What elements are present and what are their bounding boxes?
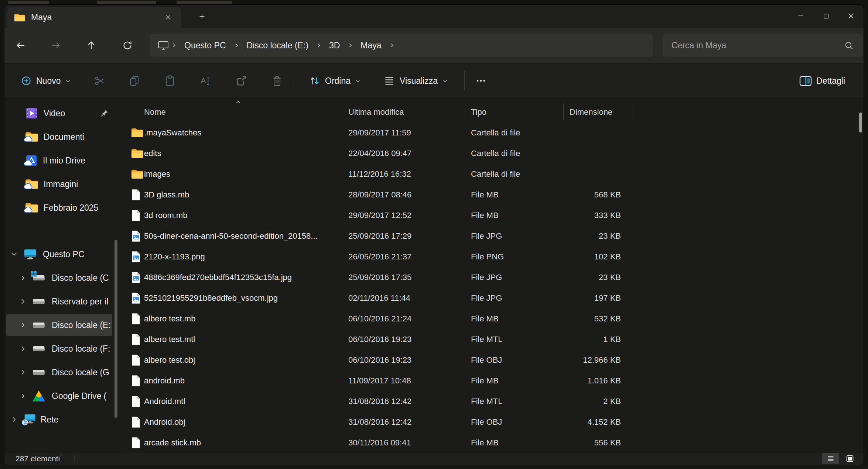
sidebar-scrollbar[interactable] bbox=[115, 240, 117, 418]
file-name: 50s-diner-cena-anni-50-second-edition_20… bbox=[144, 231, 348, 241]
file-size: 1 KB bbox=[570, 335, 621, 344]
rename-button[interactable] bbox=[195, 70, 216, 91]
maximize-button[interactable] bbox=[813, 5, 838, 27]
sidebar-item-immagini[interactable]: Immagini bbox=[6, 173, 112, 195]
chevron-right-icon[interactable] bbox=[231, 42, 242, 48]
chevron-right-icon[interactable] bbox=[10, 416, 18, 423]
table-row[interactable]: 50s-diner-cena-anni-50-second-edition_20… bbox=[122, 226, 856, 246]
breadcrumb-maya[interactable]: Maya bbox=[355, 41, 386, 51]
column-divider[interactable] bbox=[632, 104, 632, 120]
sidebar-item-disco-locale-c[interactable]: Disco locale (C bbox=[6, 267, 112, 289]
list-scrollbar[interactable] bbox=[859, 113, 862, 132]
close-window-button[interactable] bbox=[838, 5, 864, 27]
table-row[interactable]: images 11/12/2016 16:32 Cartella di file bbox=[122, 164, 856, 185]
table-row[interactable]: albero test.mtl 06/10/2016 19:23 File MT… bbox=[122, 329, 856, 350]
sidebar-item-disco-locale-f[interactable]: Disco locale (F: bbox=[6, 338, 112, 360]
file-type-icon bbox=[131, 354, 144, 366]
table-row[interactable]: 3d room.mb 29/09/2017 12:52 File MB 333 … bbox=[122, 205, 856, 226]
chevron-right-icon[interactable] bbox=[19, 298, 27, 305]
details-pane-icon bbox=[799, 76, 812, 86]
back-button[interactable] bbox=[13, 37, 29, 54]
chevron-right-icon[interactable] bbox=[19, 392, 27, 400]
sort-button[interactable]: Ordina bbox=[304, 70, 365, 91]
forward-button[interactable] bbox=[48, 37, 64, 54]
sidebar-item-questo-pc[interactable]: Questo PC bbox=[6, 243, 112, 265]
table-row[interactable]: edits 22/04/2016 09:47 Cartella di file bbox=[122, 143, 856, 164]
table-row[interactable]: albero test.mb 06/10/2016 21:24 File MB … bbox=[122, 308, 856, 329]
thumbnails-view-icon bbox=[845, 454, 854, 463]
thumbnails-view-button[interactable] bbox=[841, 453, 858, 464]
file-modified: 11/09/2017 10:48 bbox=[348, 376, 471, 386]
sidebar-item-disco-locale-g[interactable]: Disco locale (G bbox=[6, 361, 112, 383]
breadcrumb-questo-pc[interactable]: Questo PC bbox=[179, 41, 231, 51]
sidebar-item-video[interactable]: Video bbox=[6, 102, 112, 124]
tab-maya[interactable]: Maya bbox=[7, 7, 181, 28]
sidebar-item-label: Il mio Drive bbox=[43, 156, 112, 166]
table-row[interactable]: Android.obj 31/08/2016 12:42 File OBJ 4.… bbox=[122, 412, 856, 432]
chevron-right-icon[interactable] bbox=[345, 42, 355, 48]
file-modified: 22/04/2016 09:47 bbox=[348, 149, 471, 158]
table-row[interactable]: 5251021955291b8eddfeb_vsocm.jpg 02/11/20… bbox=[122, 288, 856, 308]
file-modified: 06/10/2016 19:23 bbox=[348, 335, 471, 344]
chevron-down-icon[interactable] bbox=[10, 251, 18, 258]
up-arrow-icon bbox=[86, 40, 97, 51]
column-header-ultima-modifica[interactable]: Ultima modifica bbox=[348, 107, 404, 117]
breadcrumb-3d[interactable]: 3D bbox=[324, 41, 345, 51]
file-rows: .mayaSwatches 29/09/2017 11:59 Cartella … bbox=[122, 123, 856, 453]
search-input[interactable]: Cerca in Maya bbox=[663, 34, 863, 57]
up-button[interactable] bbox=[83, 37, 99, 54]
chevron-right-icon[interactable] bbox=[169, 42, 179, 48]
file-name: albero test.obj bbox=[144, 355, 348, 365]
sidebar-item-riservato[interactable]: Riservato per il bbox=[6, 290, 112, 313]
table-row[interactable]: 2120-x-1193.png 26/05/2016 21:37 File PN… bbox=[122, 246, 856, 267]
table-row[interactable]: 3D glass.mb 28/09/2017 08:46 File MB 568… bbox=[122, 185, 856, 205]
new-button[interactable]: Nuovo bbox=[16, 70, 76, 91]
share-button[interactable] bbox=[231, 70, 252, 91]
more-options-button[interactable] bbox=[471, 70, 491, 91]
chevron-right-icon[interactable] bbox=[19, 345, 27, 352]
column-divider[interactable] bbox=[465, 104, 465, 120]
table-row[interactable]: Android.mtl 31/08/2016 12:42 File MTL 2 … bbox=[122, 391, 856, 412]
sidebar-item-disco-locale-e[interactable]: Disco locale (E: bbox=[6, 314, 112, 336]
column-header-dimensione[interactable]: Dimensione bbox=[570, 107, 612, 117]
table-row[interactable]: albero test.obj 06/10/2016 19:23 File OB… bbox=[122, 350, 856, 370]
column-divider[interactable] bbox=[563, 104, 564, 120]
cut-button[interactable] bbox=[89, 70, 110, 91]
column-header-tipo[interactable]: Tipo bbox=[471, 107, 486, 117]
sidebar-item-documenti[interactable]: Documenti bbox=[6, 126, 112, 148]
file-name: 4886c369fed270ebbdf54f12353c15fa.jpg bbox=[144, 273, 348, 282]
chevron-right-icon[interactable] bbox=[19, 369, 27, 376]
copy-button[interactable] bbox=[124, 70, 145, 91]
file-size: 333 KB bbox=[570, 211, 621, 220]
table-row[interactable]: 4886c369fed270ebbdf54f12353c15fa.jpg 25/… bbox=[122, 267, 856, 288]
minimize-button[interactable] bbox=[788, 5, 813, 27]
navigation-bar: Questo PC Disco locale (E:) 3D Maya Cerc… bbox=[4, 28, 864, 63]
sidebar-item-rete[interactable]: Rete bbox=[6, 408, 112, 431]
table-row[interactable]: .mayaSwatches 29/09/2017 11:59 Cartella … bbox=[122, 123, 856, 143]
chevron-right-icon[interactable] bbox=[19, 274, 27, 282]
refresh-button[interactable] bbox=[119, 37, 136, 54]
tab-close-button[interactable] bbox=[162, 11, 174, 24]
table-row[interactable]: arcade stick.mb 30/11/2016 09:41 File MB… bbox=[122, 432, 856, 453]
plus-icon bbox=[198, 13, 206, 21]
column-divider[interactable] bbox=[344, 104, 344, 120]
breadcrumb-disco-locale-e[interactable]: Disco locale (E:) bbox=[242, 41, 314, 51]
details-view-button[interactable] bbox=[822, 453, 839, 464]
new-tab-button[interactable] bbox=[194, 9, 211, 24]
details-pane-button[interactable]: Dettagli bbox=[795, 70, 850, 91]
view-button[interactable]: Visualizza bbox=[379, 70, 452, 91]
chevron-right-icon[interactable] bbox=[387, 42, 397, 48]
sidebar: Video Documenti Il mio Drive bbox=[4, 99, 122, 452]
search-icon[interactable] bbox=[844, 41, 854, 51]
paste-button[interactable] bbox=[160, 70, 180, 91]
file-modified: 25/09/2016 17:35 bbox=[348, 273, 471, 282]
sidebar-item-il-mio-drive[interactable]: Il mio Drive bbox=[6, 149, 112, 172]
sidebar-item-label: Questo PC bbox=[43, 249, 112, 259]
delete-button[interactable] bbox=[267, 70, 287, 91]
sidebar-item-febbraio-2025[interactable]: Febbraio 2025 bbox=[6, 197, 112, 219]
table-row[interactable]: android.mb 11/09/2017 10:48 File MB 1.01… bbox=[122, 370, 856, 391]
chevron-right-icon[interactable] bbox=[19, 321, 27, 329]
chevron-right-icon[interactable] bbox=[314, 42, 324, 48]
sidebar-item-google-drive[interactable]: Google Drive ( bbox=[6, 385, 112, 407]
column-header-nome[interactable]: Nome bbox=[144, 107, 166, 117]
